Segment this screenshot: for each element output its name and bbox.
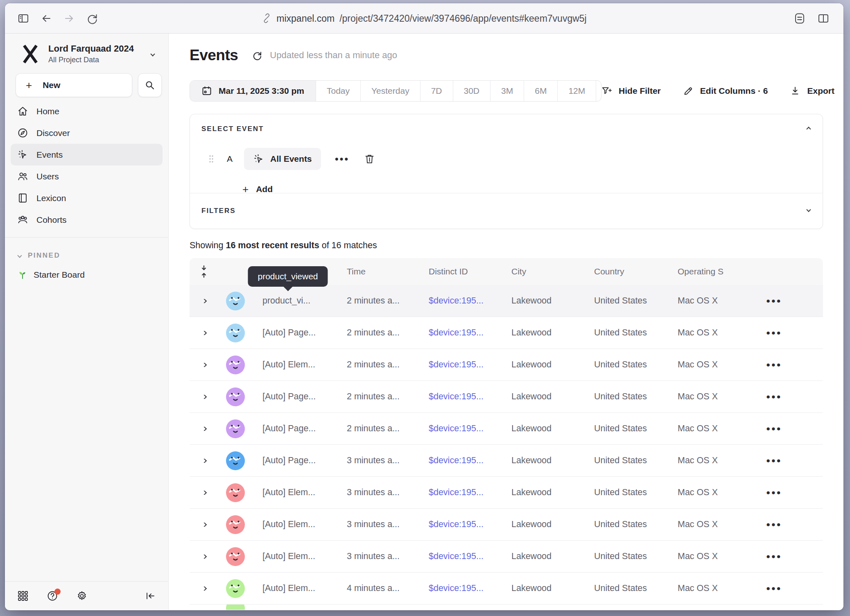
distinct-id-link[interactable]: $device:195... (419, 424, 502, 434)
table-row[interactable]: [Auto] Page... 2 minutes a... $device:19… (190, 317, 823, 349)
preset-today[interactable]: Today (316, 81, 361, 101)
expand-row-icon[interactable] (201, 459, 207, 463)
reload-icon[interactable] (86, 12, 98, 25)
address-bar[interactable]: mixpanel.com/project/3472420/view/397469… (262, 13, 586, 24)
event-city: Lakewood (502, 392, 584, 402)
row-options-icon[interactable]: ●●● (766, 457, 782, 465)
date-range-custom[interactable]: Mar 11, 2025 3:30 pm (190, 81, 316, 101)
search-button[interactable] (138, 73, 162, 97)
all-events-chip[interactable]: All Events (244, 148, 321, 170)
table-row[interactable]: [Auto] Elem... 2 minutes a... $device:19… (190, 349, 823, 381)
table-row[interactable]: [Auto] Page... 2 minutes a... $device:19… (190, 413, 823, 445)
table-row[interactable]: [Auto] Page... 2 minutes a... $device:19… (190, 381, 823, 413)
expand-row-icon[interactable] (201, 363, 207, 367)
table-row[interactable]: [Auto] Elem... 3 minutes a... $device:19… (190, 477, 823, 509)
row-options-icon[interactable]: ●●● (766, 425, 782, 433)
distinct-id-link[interactable]: $device:195... (419, 328, 502, 338)
col-time[interactable]: Time (337, 267, 419, 276)
sidebar-item-home[interactable]: Home (11, 100, 163, 122)
preset-xtd[interactable]: XTD (596, 81, 601, 101)
new-button[interactable]: + New (16, 73, 132, 97)
distinct-id-link[interactable]: $device:195... (419, 392, 502, 402)
event-name[interactable]: product_vi... (253, 296, 337, 306)
preset-6m[interactable]: 6M (524, 81, 558, 101)
row-options-icon[interactable]: ●●● (766, 584, 782, 593)
expand-row-icon[interactable] (201, 523, 207, 527)
split-view-icon[interactable] (817, 12, 830, 25)
preset-7d[interactable]: 7D (420, 81, 453, 101)
col-distinct-id[interactable]: Distinct ID (419, 267, 502, 276)
row-options-icon[interactable]: ●●● (766, 361, 782, 369)
event-name[interactable]: [Auto] Page... (253, 392, 337, 402)
refresh-icon[interactable] (252, 50, 262, 61)
expand-row-icon[interactable] (201, 427, 207, 431)
distinct-id-link[interactable]: $device:195... (419, 296, 502, 306)
event-name[interactable]: [Auto] Elem... (253, 583, 337, 593)
event-name[interactable]: [Auto] Page... (253, 424, 337, 434)
col-country[interactable]: Country (584, 267, 668, 276)
trash-icon[interactable] (364, 154, 375, 165)
distinct-id-link[interactable]: $device:195... (419, 551, 502, 562)
pinned-section-header[interactable]: PINNED (18, 251, 168, 260)
col-os[interactable]: Operating S (668, 267, 754, 276)
hide-filter-button[interactable]: Hide Filter (601, 86, 661, 96)
event-avatar-icon (226, 387, 245, 406)
event-name[interactable]: [Auto] Elem... (253, 519, 337, 530)
table-row[interactable]: [Auto] Elem... 3 minutes a... $device:19… (190, 541, 823, 573)
event-name[interactable]: [Auto] Elem... (253, 487, 337, 498)
pinned-item-starter-board[interactable]: Starter Board (17, 270, 168, 280)
collapse-rows-icon[interactable] (190, 265, 218, 279)
forward-icon[interactable] (63, 12, 75, 25)
event-name[interactable]: [Auto] Page... (253, 328, 337, 338)
distinct-id-link[interactable]: $device:195... (419, 487, 502, 498)
distinct-id-link[interactable]: $device:195... (419, 583, 502, 593)
event-options-icon[interactable]: ●●● (335, 155, 349, 163)
expand-row-icon[interactable] (201, 331, 207, 335)
col-city[interactable]: City (502, 267, 584, 276)
event-time: 2 minutes a... (337, 424, 419, 434)
event-name[interactable]: [Auto] Elem... (253, 551, 337, 562)
expand-row-icon[interactable] (201, 555, 207, 559)
row-options-icon[interactable]: ●●● (766, 329, 782, 337)
expand-row-icon[interactable] (201, 299, 207, 303)
sidebar-item-lexicon[interactable]: Lexicon (11, 187, 163, 209)
distinct-id-link[interactable]: $device:195... (419, 360, 502, 370)
preset-30d[interactable]: 30D (453, 81, 491, 101)
edit-columns-button[interactable]: Edit Columns · 6 (683, 86, 768, 96)
sidebar-item-cohorts[interactable]: Cohorts (11, 209, 163, 231)
preset-3m[interactable]: 3M (491, 81, 524, 101)
back-icon[interactable] (40, 12, 52, 25)
distinct-id-link[interactable]: $device:195... (419, 519, 502, 530)
apps-grid-icon[interactable] (17, 590, 29, 602)
collapse-sidebar-icon[interactable] (145, 590, 156, 602)
event-name[interactable]: [Auto] Elem... (253, 360, 337, 370)
sidebar-item-users[interactable]: Users (11, 165, 163, 187)
row-options-icon[interactable]: ●●● (766, 393, 782, 401)
expand-row-icon[interactable] (201, 587, 207, 591)
table-row[interactable]: [Auto] Elem... 3 minutes a... $device:19… (190, 509, 823, 541)
preset-yesterday[interactable]: Yesterday (361, 81, 420, 101)
settings-gear-icon[interactable] (76, 590, 88, 602)
table-row[interactable]: [Auto] Page... 3 minutes a... $device:19… (190, 445, 823, 477)
sidebar-item-discover[interactable]: Discover (11, 122, 163, 144)
preset-12m[interactable]: 12M (558, 81, 596, 101)
row-options-icon[interactable]: ●●● (766, 489, 782, 497)
expand-row-icon[interactable] (201, 395, 207, 399)
browser-sidebar-toggle-icon[interactable] (17, 12, 29, 25)
event-name[interactable]: [Auto] Page... (253, 455, 337, 466)
distinct-id-link[interactable]: $device:195... (419, 455, 502, 466)
expand-row-icon[interactable] (201, 491, 207, 495)
plus-icon: + (26, 80, 32, 91)
row-options-icon[interactable]: ●●● (766, 297, 782, 305)
row-options-icon[interactable]: ●●● (766, 553, 782, 561)
project-switcher[interactable]: Lord Farquaad 2024 All Project Data (5, 34, 168, 64)
export-button[interactable]: Export (790, 86, 834, 96)
help-icon[interactable] (47, 590, 58, 602)
row-options-icon[interactable]: ●●● (766, 521, 782, 529)
event-city: Lakewood (502, 519, 584, 530)
expand-section-icon[interactable] (806, 207, 811, 212)
page-settings-icon[interactable] (793, 12, 806, 25)
drag-handle-icon[interactable] (208, 154, 215, 164)
table-row[interactable]: [Auto] Elem... 4 minutes a... $device:19… (190, 573, 823, 605)
sidebar-item-events[interactable]: Events (11, 144, 163, 165)
